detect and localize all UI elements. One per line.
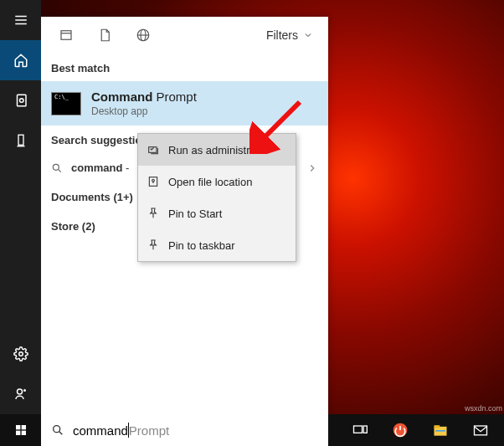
best-match-subtitle: Desktop app <box>91 105 197 117</box>
devices-icon[interactable] <box>0 120 41 161</box>
taskbar: command Prompt <box>0 414 504 446</box>
search-icon <box>51 423 64 437</box>
svg-rect-30 <box>354 426 363 433</box>
filters-label: Filters <box>266 28 298 42</box>
panel-header: Filters <box>41 17 328 54</box>
svg-rect-10 <box>61 31 71 40</box>
search-autocomplete: Prompt <box>129 423 169 438</box>
best-match-result[interactable]: C:\_ Command Prompt Desktop app <box>41 81 328 126</box>
pin-start-icon <box>147 207 160 220</box>
web-filter-icon[interactable] <box>126 17 160 54</box>
svg-point-9 <box>23 390 25 392</box>
svg-line-16 <box>58 169 60 172</box>
best-match-heading: Best match <box>41 54 328 81</box>
notebook-icon[interactable] <box>0 80 41 120</box>
svg-rect-31 <box>363 426 367 433</box>
svg-rect-34 <box>435 425 440 428</box>
settings-icon[interactable] <box>0 334 41 374</box>
svg-line-29 <box>59 432 63 435</box>
search-icon <box>51 162 63 174</box>
power-icon[interactable] <box>383 414 417 446</box>
svg-rect-27 <box>21 431 25 435</box>
chevron-right-icon[interactable] <box>306 162 318 174</box>
search-input[interactable]: command Prompt <box>73 423 318 438</box>
svg-rect-24 <box>16 425 20 429</box>
svg-point-19 <box>152 179 155 182</box>
context-open-file-location[interactable]: Open file location <box>138 166 296 197</box>
best-match-title: Command Prompt <box>91 90 197 104</box>
svg-rect-35 <box>435 430 445 432</box>
svg-rect-26 <box>16 431 20 435</box>
cortana-sidebar <box>0 0 41 414</box>
svg-point-8 <box>17 389 22 394</box>
home-icon[interactable] <box>0 40 41 80</box>
task-view-icon[interactable] <box>343 414 377 446</box>
svg-point-7 <box>18 352 23 356</box>
watermark: wsxdn.com <box>465 404 502 413</box>
context-menu: Run as administrator Open file location … <box>137 133 296 262</box>
admin-icon <box>147 143 160 156</box>
menu-icon[interactable] <box>0 0 41 40</box>
file-explorer-icon[interactable] <box>424 414 457 446</box>
svg-rect-5 <box>18 135 23 145</box>
svg-point-4 <box>19 99 23 103</box>
svg-rect-36 <box>475 426 487 435</box>
context-run-as-admin[interactable]: Run as administrator <box>138 134 296 166</box>
svg-point-28 <box>54 426 60 433</box>
svg-rect-25 <box>21 425 25 429</box>
taskbar-search-box[interactable]: command Prompt <box>41 414 328 446</box>
context-pin-to-start[interactable]: Pin to Start <box>138 197 296 229</box>
svg-point-15 <box>53 164 59 170</box>
context-item-label: Pin to Start <box>168 208 222 220</box>
context-item-label: Run as administrator <box>168 144 269 156</box>
documents-filter-icon[interactable] <box>88 17 121 54</box>
context-item-label: Open file location <box>168 176 252 188</box>
svg-rect-17 <box>149 147 157 153</box>
chevron-down-icon <box>303 30 313 40</box>
apps-filter-icon[interactable] <box>49 17 83 54</box>
search-typed-text: command <box>73 423 128 438</box>
start-button[interactable] <box>0 414 41 446</box>
mail-icon[interactable] <box>464 414 497 446</box>
feedback-icon[interactable] <box>0 374 41 414</box>
location-icon <box>147 175 160 188</box>
command-prompt-icon: C:\_ <box>51 92 81 115</box>
context-pin-to-taskbar[interactable]: Pin to taskbar <box>138 229 296 261</box>
svg-rect-3 <box>17 95 26 106</box>
filters-dropdown[interactable]: Filters <box>260 28 320 42</box>
pin-taskbar-icon <box>147 238 160 252</box>
context-item-label: Pin to taskbar <box>168 239 235 252</box>
